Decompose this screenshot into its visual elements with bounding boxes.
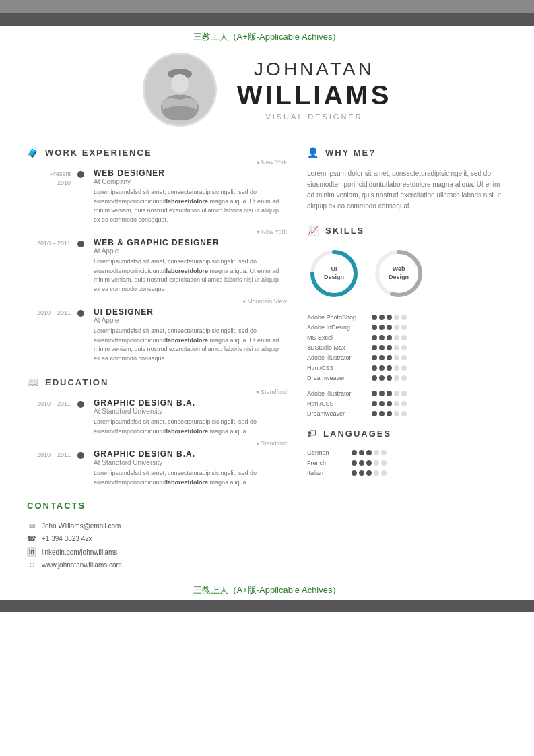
bottom-bar — [0, 600, 534, 612]
header-section: JOHNATAN WILLIAMS VISUAL DESIGNER — [0, 46, 534, 140]
dot — [401, 365, 407, 371]
dot — [372, 345, 377, 350]
skill-name: Adobe InDesing — [307, 324, 368, 331]
languages-title: 🏷 LANGUAGES — [307, 428, 507, 439]
skill-name: 3DStudio Max — [307, 344, 368, 351]
dot — [374, 460, 379, 466]
dot — [387, 325, 392, 330]
dot — [352, 450, 357, 455]
job-desc: Loremipsumdsfsd sit amet, consecteturadi… — [94, 257, 287, 294]
job-location: New York — [257, 159, 287, 166]
skill-dots — [352, 460, 387, 466]
skill-dots — [372, 391, 407, 396]
job-title-text: UI DESIGNER — [94, 307, 287, 317]
skill-dots — [372, 345, 407, 350]
dot — [394, 335, 399, 340]
dot — [394, 391, 399, 396]
timeline-content: New York WEB & GRAPHIC DESIGNER At Apple… — [84, 238, 287, 294]
chart-icon: 📈 — [307, 225, 320, 236]
dot — [372, 375, 377, 381]
dot — [381, 470, 387, 476]
skill-name: Html/CSS — [307, 365, 368, 371]
school-name: At Standford University — [94, 459, 287, 466]
contact-linkedin: in linkedin.com/johnwilliams — [27, 547, 287, 557]
dot — [379, 411, 385, 416]
dot — [394, 411, 399, 416]
dot — [394, 345, 399, 350]
job-company: At Apple — [94, 247, 287, 255]
web-icon: ⊕ — [27, 561, 36, 569]
skill-name: Adobe Illustrator — [307, 390, 368, 397]
timeline-content: Mountain View UI DESIGNER At Apple Lorem… — [84, 307, 287, 363]
skill-dots — [372, 411, 407, 416]
right-column: 👤 WHY ME? Lorem ipsum dolor sit amet, co… — [307, 140, 507, 580]
skill-row: Html/CSS — [307, 365, 507, 371]
dot — [366, 460, 372, 466]
dot — [387, 375, 392, 381]
dot — [372, 365, 377, 371]
skill-dots — [372, 375, 407, 381]
watermark-top: 三教上人（A+版-Applicable Achives） — [0, 26, 534, 46]
skill-row: Adobe PhotoShop — [307, 314, 507, 321]
timeline-dot — [77, 452, 84, 459]
school-name: At Standford University — [94, 408, 287, 415]
timeline-dot — [77, 171, 84, 178]
job-location: Standford — [256, 389, 287, 396]
job-title-text: WEB DESIGNER — [94, 168, 287, 178]
dot — [394, 365, 399, 371]
language-icon: 🏷 — [307, 428, 318, 439]
timeline-date: 2010 – 2011 — [27, 307, 77, 363]
degree-title: GRAPHIC DESIGN B.A. — [94, 449, 287, 459]
skill-name: Dreamweaver — [307, 410, 368, 417]
skill-dots — [372, 365, 407, 371]
person-icon: 👤 — [307, 147, 320, 158]
dot — [379, 375, 385, 381]
dot — [359, 460, 364, 466]
skill-name: Adobe PhotoShop — [307, 314, 368, 321]
lang-name: French — [307, 460, 347, 466]
skill-circle-ui: UIDesign — [307, 247, 361, 301]
timeline-content: Standford GRAPHIC DESIGN B.A. At Standfo… — [84, 398, 287, 436]
contact-email: ✉ John.Williams@email.com — [27, 522, 287, 530]
dot — [401, 391, 407, 396]
contacts-section: CONTACTS ✉ John.Williams@email.com ☎ +1 … — [27, 501, 287, 580]
skill-row: Dreamweaver — [307, 410, 507, 417]
dot — [401, 355, 407, 360]
dot — [387, 355, 392, 360]
skill-row: Html/CSS — [307, 400, 507, 407]
dot — [394, 325, 399, 330]
phone-icon: ☎ — [27, 534, 36, 543]
skill-row: 3DStudio Max — [307, 344, 507, 351]
skill-circle-web: Web Design — [372, 247, 426, 301]
dot — [401, 401, 407, 406]
skill-circles: UIDesign Web Design — [307, 247, 507, 301]
job-desc: Loremipsumdsfsd sit amet, consecteturadi… — [94, 188, 287, 224]
skill-row: Adobe Illustrator — [307, 354, 507, 361]
edu-desc: Loremipsumdsfsd sit amet, consecteturadi… — [94, 469, 287, 487]
skill-dots — [372, 325, 407, 330]
timeline-content: New York WEB DESIGNER At Company Loremip… — [84, 168, 287, 224]
timeline-dot — [77, 401, 84, 408]
dot — [379, 391, 385, 396]
last-name: WILLIAMS — [237, 80, 392, 110]
skill-dots — [372, 315, 407, 320]
languages-section: 🏷 LANGUAGES German French — [307, 428, 507, 476]
timeline-date: 2010 – 2011 — [27, 449, 77, 487]
first-name: JOHNATAN — [237, 59, 392, 80]
dot — [372, 355, 377, 360]
job-location: Mountain View — [242, 298, 287, 305]
dot — [359, 470, 364, 476]
watermark-bottom: 三教上人（A+版-Applicable Achives） — [0, 580, 534, 600]
job-company: At Apple — [94, 317, 287, 324]
job-location: Standford — [256, 440, 287, 447]
dot — [366, 470, 372, 476]
education-timeline: 2010 – 2011 Standford GRAPHIC DESIGN B.A… — [27, 398, 287, 487]
dot-filled — [379, 315, 385, 320]
avatar — [143, 53, 217, 127]
lang-name: Italian — [307, 470, 347, 476]
job-title: VISUAL DESIGNER — [237, 113, 392, 121]
timeline-dot — [77, 310, 84, 317]
dot — [387, 391, 392, 396]
skill-circle-label: Web Design — [385, 265, 412, 281]
job-company: At Company — [94, 178, 287, 185]
